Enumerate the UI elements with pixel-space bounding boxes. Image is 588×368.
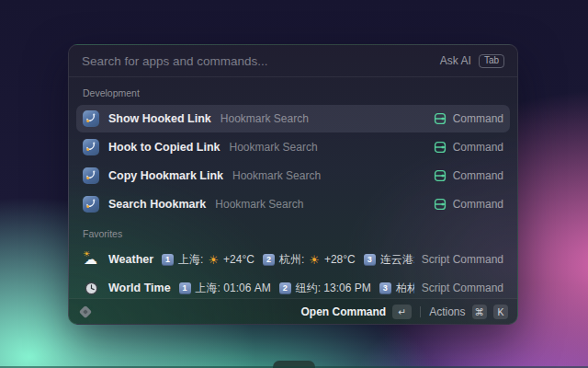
section-header-favorites: Favorites <box>76 219 510 246</box>
weather-segment: 1 上海: ☀ +24°C <box>162 252 254 268</box>
item-title: Weather <box>108 253 153 266</box>
weather-temp: +24°C <box>223 253 254 266</box>
weather-city: 杭州: <box>279 252 304 268</box>
item-subtitle: Hookmark Search <box>220 112 309 125</box>
raycast-logo-icon <box>79 305 92 317</box>
item-type-label: Command <box>453 112 503 125</box>
sun-icon: ☀ <box>208 254 219 266</box>
weather-temp: +28°C <box>324 253 356 266</box>
numkey-2-icon: 2 <box>279 282 291 294</box>
actions-button[interactable]: Actions <box>429 305 465 318</box>
item-subtitle: Hookmark Search <box>215 198 303 211</box>
hookmark-app-icon <box>83 139 99 155</box>
weather-cloud-sun-icon: ☀ ☁ <box>83 251 99 268</box>
worldtime-text: 纽约: 13:06 PM <box>296 281 371 296</box>
command-type-icon <box>434 198 447 211</box>
item-main: World Time 1 上海: 01:06 AM 2 纽约: 13:06 PM… <box>83 280 414 296</box>
item-type-label: Script Command <box>422 253 503 266</box>
numkey-1-icon: 1 <box>179 282 191 294</box>
worldtime-text: 上海: 01:06 AM <box>196 281 271 296</box>
results-list: Development Show Hooked Link Hookmark Se… <box>69 77 517 302</box>
item-main: Hook to Copied Link Hookmark Search <box>83 139 426 155</box>
numkey-3-icon: 3 <box>379 282 391 294</box>
list-item-hook-to-copied-link[interactable]: Hook to Copied Link Hookmark Search Comm… <box>76 133 510 161</box>
command-type-icon <box>434 169 447 182</box>
clock-icon <box>83 280 99 296</box>
item-main: Copy Hookmark Link Hookmark Search <box>83 167 426 184</box>
open-command-button[interactable]: Open Command <box>300 305 386 318</box>
worldtime-segment: 1 上海: 01:06 AM <box>179 281 271 296</box>
item-accessory: Command <box>434 141 503 154</box>
hookmark-app-icon <box>83 196 99 213</box>
cloud-icon: ☁ <box>84 252 97 266</box>
cmd-key-icon: ⌘ <box>472 305 488 319</box>
item-accessory: Command <box>434 198 503 211</box>
weather-segment: 3 连云港: ☁ +20°C <box>364 252 414 268</box>
item-title: Copy Hookmark Link <box>108 169 223 182</box>
item-subtitle: Hookmark Search <box>230 141 318 154</box>
item-accessory: Script Command <box>422 253 503 266</box>
item-accessory: Command <box>434 169 503 182</box>
search-bar: Ask AI Tab <box>69 45 517 77</box>
item-type-label: Command <box>453 169 503 182</box>
list-item-copy-hookmark-link[interactable]: Copy Hookmark Link Hookmark Search Comma… <box>76 162 510 190</box>
weather-city: 上海: <box>178 252 203 268</box>
hookmark-app-icon <box>83 110 99 127</box>
command-type-icon <box>434 141 447 154</box>
weather-segment: 2 杭州: ☀ +28°C <box>263 252 356 268</box>
item-type-label: Command <box>453 198 503 211</box>
sun-icon: ☀ <box>309 254 320 266</box>
item-main: Search Hookmark Hookmark Search <box>83 196 426 213</box>
list-item-search-hookmark[interactable]: Search Hookmark Hookmark Search Command <box>76 190 510 218</box>
footer-divider <box>420 306 421 317</box>
launcher-window: Ask AI Tab Development Show Hooked Link … <box>68 44 518 325</box>
tab-key-badge: Tab <box>479 54 504 68</box>
item-main: Show Hooked Link Hookmark Search <box>83 110 426 127</box>
list-item-show-hooked-link[interactable]: Show Hooked Link Hookmark Search Command <box>76 105 510 132</box>
action-bar-right: Open Command ↵ Actions ⌘ K <box>300 305 508 319</box>
worldtime-text: 柏林: 19:06 PM <box>396 281 414 296</box>
search-input[interactable] <box>82 54 433 68</box>
item-title: Show Hooked Link <box>108 112 211 125</box>
ask-ai-label[interactable]: Ask AI <box>440 54 471 67</box>
item-accessory: Command <box>434 112 503 125</box>
item-title: Search Hookmark <box>108 198 206 211</box>
section-header-development: Development <box>76 82 510 105</box>
list-item-weather[interactable]: ☀ ☁ Weather 1 上海: ☀ +24°C 2 杭州: ☀ +28°C <box>76 246 510 273</box>
numkey-3-icon: 3 <box>364 254 376 266</box>
item-type-label: Script Command <box>422 282 503 294</box>
action-bar: Open Command ↵ Actions ⌘ K <box>69 298 517 324</box>
numkey-2-icon: 2 <box>263 254 275 266</box>
worldtime-segment: 3 柏林: 19:06 PM <box>379 281 414 296</box>
k-key-icon: K <box>493 305 508 319</box>
weather-city: 连云港: <box>380 252 414 268</box>
item-title: World Time <box>108 282 171 294</box>
worldtime-segment: 2 纽约: 13:06 PM <box>279 281 371 296</box>
item-type-label: Command <box>453 141 503 154</box>
numkey-1-icon: 1 <box>162 254 174 266</box>
item-main: ☀ ☁ Weather 1 上海: ☀ +24°C 2 杭州: ☀ +28°C <box>83 251 414 268</box>
command-type-icon <box>434 112 447 125</box>
hookmark-app-icon <box>83 167 99 184</box>
item-accessory: Script Command <box>422 282 503 294</box>
item-subtitle: Hookmark Search <box>232 169 321 182</box>
item-title: Hook to Copied Link <box>108 141 220 154</box>
enter-key-icon: ↵ <box>392 305 412 319</box>
